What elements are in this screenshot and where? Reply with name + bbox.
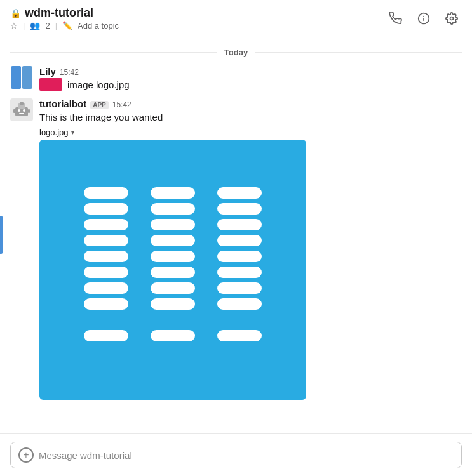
svg-rect-11 [28,109,30,113]
svg-rect-13 [84,203,128,215]
message-input-container: + [10,442,462,468]
svg-rect-38 [217,330,262,341]
svg-rect-36 [217,282,262,294]
channel-header: 🔒 wdm-tutorial ☆ | 👥 2 | ✏️ Add a topic [0,0,472,37]
date-divider: Today [0,43,472,62]
svg-rect-22 [151,203,195,215]
phone-icon [389,12,402,25]
file-name-row: logo.jpg ▾ [39,128,462,137]
svg-rect-18 [84,282,128,294]
svg-rect-21 [151,187,195,199]
svg-rect-19 [84,298,128,310]
date-divider-line-right [255,52,462,53]
bot-avatar [10,98,33,121]
svg-rect-9 [19,113,24,114]
add-topic-link[interactable]: Add a topic [78,21,119,30]
svg-rect-24 [151,235,195,246]
header-actions [386,8,462,29]
add-attachment-button[interactable]: + [18,447,34,463]
settings-button[interactable] [442,8,462,29]
dropdown-arrow-icon[interactable]: ▾ [71,129,74,136]
svg-point-7 [18,109,20,112]
image-preview[interactable] [39,140,306,400]
date-divider-line [10,52,217,53]
svg-rect-28 [151,298,195,310]
svg-rect-4 [15,107,28,116]
left-accent-bar [0,216,3,254]
lily-avatar-right [22,66,32,89]
lily-message-body: image logo.jpg [67,79,130,90]
lily-avatar [10,66,33,89]
svg-rect-37 [217,298,262,310]
lily-message-header: Lily 15:42 [39,66,462,77]
svg-rect-31 [217,203,262,215]
lily-avatar-container [11,66,32,89]
svg-rect-6 [20,102,24,105]
svg-rect-26 [151,267,195,278]
gear-icon [445,12,458,25]
file-name: logo.jpg [39,128,69,137]
bot-message-time: 15:42 [112,100,131,109]
lock-icon: 🔒 [10,8,21,18]
svg-rect-20 [84,330,128,341]
star-icon[interactable]: ☆ [10,21,18,30]
robot-icon [13,101,30,119]
channel-meta-row: ☆ | 👥 2 | ✏️ Add a topic [10,21,386,30]
svg-rect-32 [217,219,262,230]
image-thumbnail-small [39,78,62,91]
members-icon: 👥 [30,21,40,30]
svg-rect-25 [151,251,195,262]
bot-message-body: This is the image you wanted [39,110,462,124]
bot-sender-name: tutorialbot [39,98,86,109]
svg-rect-27 [151,282,195,294]
svg-rect-15 [84,235,128,246]
lily-attachment-row: image logo.jpg [39,78,462,91]
bot-message-content: tutorialbot APP 15:42 This is the image … [39,98,462,400]
members-count: 2 [45,21,50,30]
svg-point-8 [23,109,25,112]
meta-divider: | [23,21,25,30]
pencil-icon: ✏️ [62,21,72,30]
channel-title-row: 🔒 wdm-tutorial [10,6,386,20]
lily-message-content: Lily 15:42 image logo.jpg [39,66,462,91]
svg-rect-35 [217,267,262,278]
lily-sender-name: Lily [39,66,56,77]
channel-header-left: 🔒 wdm-tutorial ☆ | 👥 2 | ✏️ Add a topic [10,6,386,30]
svg-rect-34 [217,251,262,262]
svg-point-3 [450,17,454,20]
info-button[interactable] [414,8,434,29]
channel-name: wdm-tutorial [25,6,93,20]
svg-rect-29 [151,330,195,341]
svg-rect-14 [84,219,128,230]
messages-area: Today Lily 15:42 image logo.jpg [0,37,472,433]
lily-message-time: 15:42 [60,68,79,77]
app-badge: APP [90,101,109,109]
date-divider-text: Today [224,48,248,57]
message-tutorialbot: tutorialbot APP 15:42 This is the image … [0,95,472,404]
svg-rect-16 [84,251,128,262]
svg-rect-30 [217,187,262,199]
lily-avatar-left [11,66,21,89]
info-icon [417,12,430,25]
svg-rect-23 [151,219,195,230]
message-input[interactable] [39,450,454,461]
svg-rect-12 [84,187,128,199]
message-input-area: + [0,433,472,476]
message-lily: Lily 15:42 image logo.jpg [0,62,472,95]
wdm-logo-svg [71,175,274,365]
phone-button[interactable] [386,8,406,29]
bot-message-header: tutorialbot APP 15:42 [39,98,462,109]
plus-icon: + [23,449,29,461]
svg-rect-33 [217,235,262,246]
file-attachment: logo.jpg ▾ [39,128,462,400]
svg-rect-10 [13,109,15,113]
meta-divider-2: | [55,21,57,30]
svg-rect-17 [84,267,128,278]
